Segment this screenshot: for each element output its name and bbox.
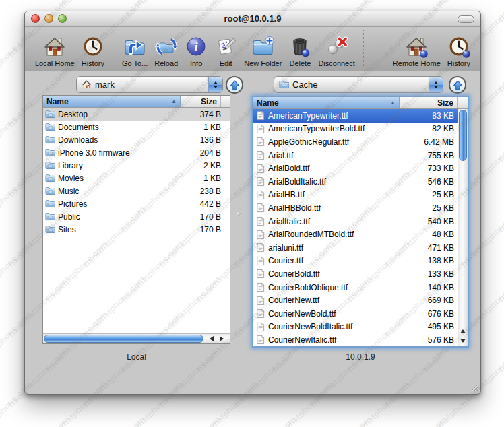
toolbar-group-actions: Go To... Reload Info Edit New Folder Del… [119, 35, 358, 67]
remote-history-button[interactable]: History [444, 35, 474, 67]
file-row[interactable]: Downloads 136 B [43, 133, 230, 146]
file-row[interactable]: Sites 170 B [43, 223, 230, 236]
local-up-directory-button[interactable] [226, 76, 243, 94]
folder-icon [45, 199, 55, 209]
local-pane-label: Local [42, 352, 230, 362]
title-bar[interactable]: root@10.0.1.9 [25, 11, 480, 27]
folder-icon [45, 122, 55, 132]
folder-icon [45, 211, 55, 222]
file-row[interactable]: ArialRoundedMTBold.ttf 48 KB [253, 228, 458, 241]
content-area: mark Cache Name ▲ Size [25, 71, 480, 394]
file-row[interactable]: ArialHB.ttf 25 KB [253, 189, 458, 202]
popup-stepper-icon [208, 77, 222, 92]
file-row[interactable]: CourierBold.ttf 133 KB [253, 267, 458, 281]
file-row[interactable]: Pictures 442 B [43, 197, 230, 210]
font-file-icon [255, 256, 265, 266]
file-row[interactable]: CourierNewBoldItalic.ttf 495 KB [253, 321, 458, 334]
scroll-left-arrow[interactable] [206, 334, 216, 343]
resize-grip[interactable] [469, 383, 478, 392]
file-row[interactable]: AmericanTypewriter.ttf 83 KB [253, 109, 458, 123]
sort-ascending-icon: ▲ [390, 100, 399, 106]
scroll-down-arrow[interactable] [458, 336, 468, 346]
folder-small-icon [279, 79, 289, 90]
file-row[interactable]: Music 238 B [43, 185, 230, 197]
column-header-stub [458, 97, 468, 108]
toolbar: Local Home History Go To... Reload Info [25, 27, 480, 71]
file-row[interactable]: ArialBoldItalic.ttf 546 KB [253, 175, 458, 189]
file-row[interactable]: Movies 1 KB [43, 172, 230, 185]
folder-icon [45, 173, 55, 183]
scroll-up-arrow[interactable] [458, 327, 468, 336]
local-home-button[interactable]: Local Home [32, 35, 78, 67]
toolbar-group-remote: Remote Home History [389, 35, 474, 67]
go-to-button[interactable]: Go To... [119, 35, 151, 67]
local-path-select[interactable]: mark [76, 76, 223, 93]
scrollbar-thumb[interactable] [44, 335, 203, 343]
font-file-icon [255, 137, 265, 147]
reload-icon [155, 35, 178, 58]
scroll-right-arrow[interactable] [216, 334, 226, 343]
minimize-button[interactable] [44, 14, 53, 23]
popup-stepper-icon [429, 77, 443, 92]
local-list-header: Name ▲ Size [43, 96, 230, 108]
column-header-size[interactable]: Size [181, 96, 221, 107]
font-file-icon [255, 190, 265, 200]
file-row[interactable]: iPhone 3.0 firmware 204 B [43, 146, 230, 159]
folder-icon [45, 147, 55, 158]
info-icon [185, 35, 208, 58]
file-row[interactable]: CourierBoldOblique.ttf 140 KB [253, 281, 458, 294]
toolbar-separator [113, 30, 114, 67]
column-header-size[interactable]: Size [400, 97, 458, 108]
column-header-name[interactable]: Name ▲ [43, 96, 181, 107]
remote-pane-label: 10.0.1.9 [253, 352, 468, 362]
file-row[interactable]: ArialBold.ttf 733 KB [253, 162, 458, 175]
edit-button[interactable]: Edit [211, 35, 241, 67]
window-title: root@10.0.1.9 [25, 11, 480, 26]
home-badge-icon [405, 35, 428, 58]
file-row[interactable]: ArialHBBold.ttf 25 KB [253, 201, 458, 215]
remote-home-button[interactable]: Remote Home [389, 35, 444, 67]
up-arrow-icon [452, 79, 464, 91]
file-row[interactable]: Desktop 374 B [43, 108, 230, 121]
file-row[interactable]: CourierNew.ttf 669 KB [253, 294, 458, 307]
font-file-icon [255, 124, 265, 134]
file-row[interactable]: Public 170 B [43, 210, 230, 223]
file-row[interactable]: AppleGothicRegular.ttf 6.42 MB [253, 135, 458, 149]
column-header-name[interactable]: Name ▲ [253, 97, 400, 108]
font-file-icon [255, 203, 265, 213]
file-row[interactable]: arialuni.ttf 471 KB [253, 241, 458, 255]
file-row[interactable]: Arial.ttf 755 KB [253, 149, 458, 162]
zoom-button[interactable] [58, 14, 67, 23]
info-button[interactable]: Info [181, 35, 211, 67]
toolbar-group-local: Local Home History [32, 35, 108, 67]
font-file-icon [255, 296, 265, 306]
font-file-icon [255, 269, 265, 279]
folder-icon [45, 160, 55, 170]
file-row[interactable]: CourierNewBold.ttf 676 KB [253, 307, 458, 321]
pane-divider-handle[interactable] [236, 212, 241, 216]
remote-up-directory-button[interactable] [449, 76, 466, 94]
delete-button[interactable]: Delete [285, 35, 315, 67]
file-row[interactable]: Courier.ttf 138 KB [253, 255, 458, 268]
folder-icon [45, 109, 55, 119]
scrollbar-thumb[interactable] [459, 110, 467, 161]
toolbar-toggle-pill[interactable] [458, 15, 474, 23]
home-small-icon [82, 79, 92, 90]
file-row[interactable]: CourierNewItalic.ttf 576 KB [253, 333, 458, 347]
file-row[interactable]: ArialItalic.ttf 540 KB [253, 215, 458, 228]
remote-path-select[interactable]: Cache [274, 76, 443, 93]
file-row[interactable]: Documents 1 KB [43, 121, 230, 133]
up-arrow-icon [229, 79, 241, 91]
vertical-scrollbar[interactable] [458, 109, 468, 346]
disconnect-button[interactable]: Disconnect [315, 35, 358, 67]
reload-button[interactable]: Reload [151, 35, 181, 67]
close-button[interactable] [31, 14, 40, 23]
clock-icon [82, 35, 104, 58]
file-row[interactable]: AmericanTypewriterBold.ttf 82 KB [253, 123, 458, 136]
local-rows: Desktop 374 B Documents 1 KB Downloads 1… [43, 108, 230, 236]
local-history-button[interactable]: History [78, 35, 108, 67]
horizontal-scrollbar[interactable] [43, 333, 230, 343]
new-folder-button[interactable]: New Folder [241, 35, 285, 67]
app-window: root@10.0.1.9 Local Home History Go To..… [24, 11, 481, 395]
file-row[interactable]: Library 2 KB [43, 159, 230, 172]
